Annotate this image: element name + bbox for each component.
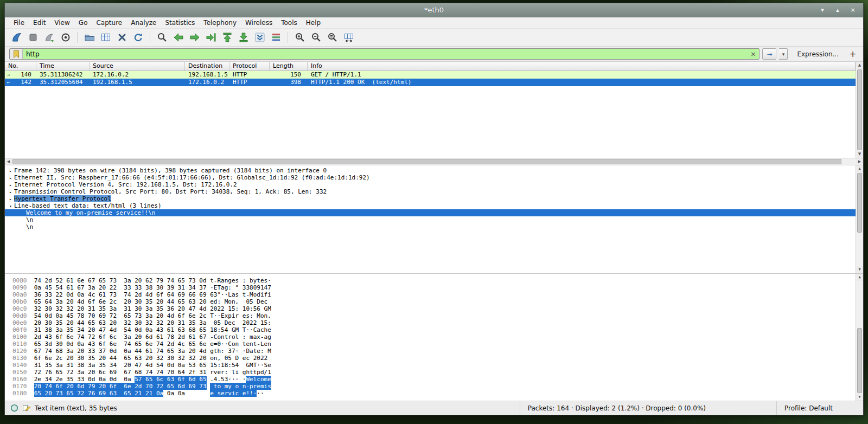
hex-row-0110[interactable]: 011065 3d 30 0d 0a 43 6f 6e 74 65 6e 74 … <box>12 341 856 348</box>
go-to-last-packet-button[interactable] <box>236 30 251 45</box>
detail-row-5[interactable]: ▾Line-based text data: text/html (3 line… <box>5 202 856 209</box>
add-filter-button[interactable]: + <box>847 48 859 60</box>
hex-row-0170[interactable]: 017020 74 6f 20 6d 79 20 6f 6e 2d 70 72 … <box>12 383 856 390</box>
column-header-info[interactable]: Info <box>308 62 856 70</box>
capture-options-button[interactable] <box>58 30 73 45</box>
menu-wireless[interactable]: Wireless <box>241 18 277 28</box>
filter-bookmark-button[interactable] <box>10 49 23 59</box>
packet-row-140[interactable]: →14035.311386242172.16.0.2192.168.1.5HTT… <box>5 71 856 79</box>
hex-row-0090[interactable]: 00900a 45 54 61 67 3a 20 22 33 33 38 30 … <box>12 284 856 291</box>
menu-statistics[interactable]: Statistics <box>161 18 199 28</box>
detail-row-7[interactable]: \n <box>5 216 856 223</box>
scroll-thumb[interactable] <box>857 173 862 233</box>
zoom-original-button[interactable] <box>325 30 340 45</box>
menu-help[interactable]: Help <box>302 18 325 28</box>
column-header-protocol[interactable]: Protocol <box>229 62 270 70</box>
column-header-destination[interactable]: Destination <box>185 62 229 70</box>
column-header-no[interactable]: No. <box>5 62 36 70</box>
display-filter-input[interactable]: http × <box>9 48 760 60</box>
scroll-down-icon[interactable]: ▼ <box>856 394 863 401</box>
expert-info-icon[interactable] <box>10 404 18 412</box>
find-packet-button[interactable] <box>155 30 169 45</box>
hex-row-00d0[interactable]: 00d054 0d 0a 45 78 70 69 72 65 73 3a 20 … <box>12 312 856 319</box>
detail-row-8[interactable]: \n <box>5 223 856 230</box>
status-profile[interactable]: Profile: Default <box>776 401 858 415</box>
bytes-vscrollbar[interactable]: ▲ ▼ <box>856 274 863 401</box>
packet-list-hscrollbar[interactable]: ◀ ▶ <box>5 158 863 165</box>
auto-scroll-button[interactable] <box>252 30 267 45</box>
go-to-packet-button[interactable] <box>203 30 218 45</box>
colorize-packets-button[interactable] <box>269 30 283 45</box>
hex-offset: 00f0 <box>12 326 27 333</box>
scroll-up-icon[interactable]: ▲ <box>856 274 863 281</box>
go-forward-button[interactable] <box>187 30 202 45</box>
reload-file-button[interactable] <box>131 30 145 45</box>
scroll-thumb[interactable] <box>857 328 862 393</box>
hex-row-0100[interactable]: 01002d 43 6f 6e 74 72 6f 6c 3a 20 6d 61 … <box>12 333 856 341</box>
zoom-in-button[interactable] <box>292 30 307 45</box>
scroll-down-icon[interactable]: ▼ <box>856 151 863 158</box>
go-to-first-packet-button[interactable] <box>220 30 234 45</box>
packet-list-vscrollbar[interactable]: ▲ ▼ <box>856 62 863 158</box>
detail-row-0[interactable]: ▸Frame 142: 398 bytes on wire (3184 bits… <box>5 167 856 174</box>
details-vscrollbar[interactable]: ▲ ▼ <box>856 165 863 273</box>
menu-file[interactable]: File <box>9 18 29 28</box>
menu-edit[interactable]: Edit <box>29 18 50 28</box>
column-header-source[interactable]: Source <box>90 62 185 70</box>
detail-row-6[interactable]: Welcome to my on-premise service!!\n <box>5 209 856 216</box>
go-back-button[interactable] <box>171 30 186 45</box>
scroll-up-icon[interactable]: ▲ <box>856 165 863 172</box>
detail-row-1[interactable]: ▸Ethernet II, Src: Raspberr_17:66:66 (e4… <box>5 174 856 181</box>
hex-row-00b0[interactable]: 00b065 64 3a 20 4d 6f 6e 2c 20 30 35 20 … <box>12 298 856 305</box>
stop-capture-button[interactable] <box>25 30 40 45</box>
hex-row-0140[interactable]: 014031 35 3a 31 38 3a 35 34 20 47 4d 54 … <box>12 362 856 369</box>
column-header-time[interactable]: Time <box>36 62 90 70</box>
close-button[interactable]: × <box>849 7 857 14</box>
scroll-thumb[interactable] <box>857 69 862 150</box>
maximize-button[interactable]: ▴ <box>834 7 841 14</box>
hex-row-0130[interactable]: 01306f 6e 2c 20 30 35 20 44 65 63 20 32 … <box>12 355 856 362</box>
resize-columns-button[interactable] <box>341 30 356 45</box>
menu-telephony[interactable]: Telephony <box>199 18 241 28</box>
hex-row-00e0[interactable]: 00e020 30 35 20 44 65 63 20 32 30 32 32 … <box>12 319 856 326</box>
hex-row-0150[interactable]: 015072 76 65 72 3a 20 6c 69 67 68 74 74 … <box>12 369 856 376</box>
hex-row-0180[interactable]: 018065 20 73 65 72 76 69 63 65 21 21 0a … <box>12 390 856 397</box>
scroll-thumb[interactable] <box>12 159 841 164</box>
status-selected-item: Text item (text), 35 bytes <box>35 404 117 412</box>
scroll-up-icon[interactable]: ▲ <box>856 62 863 69</box>
menu-analyze[interactable]: Analyze <box>126 18 161 28</box>
expand-arrow-icon[interactable]: ▾ <box>7 203 14 210</box>
column-header-length[interactable]: Length <box>270 62 308 70</box>
edit-comment-icon[interactable] <box>22 404 31 412</box>
close-capture-file-button[interactable] <box>114 30 129 45</box>
menu-view[interactable]: View <box>50 18 74 28</box>
scroll-left-icon[interactable]: ◀ <box>5 158 12 165</box>
title-bar[interactable]: *eth0 ▾ ▴ × <box>5 3 863 17</box>
restart-capture-button[interactable] <box>42 30 56 45</box>
save-capture-file-button[interactable] <box>98 30 113 45</box>
filter-clear-button[interactable]: × <box>747 50 759 58</box>
packet-row-142[interactable]: ←14235.312055604192.168.1.5172.16.0.2HTT… <box>5 79 856 86</box>
menu-capture[interactable]: Capture <box>92 18 126 28</box>
detail-row-2[interactable]: ▸Internet Protocol Version 4, Src: 192.1… <box>5 181 856 188</box>
scroll-right-icon[interactable]: ▶ <box>856 158 863 165</box>
menu-go[interactable]: Go <box>74 18 92 28</box>
open-capture-file-button[interactable] <box>82 30 97 45</box>
filter-apply-button[interactable]: → <box>762 48 776 60</box>
expression-button[interactable]: Expression... <box>790 50 844 58</box>
detail-row-3[interactable]: ▸Transmission Control Protocol, Src Port… <box>5 188 856 195</box>
hex-row-0160[interactable]: 01602e 34 2e 35 33 0d 0a 0d 0a 57 65 6c … <box>12 376 856 383</box>
hex-row-00a0[interactable]: 00a036 33 22 0d 0a 4c 61 73 74 2d 4d 6f … <box>12 291 856 298</box>
filter-dropdown-button[interactable]: ▾ <box>779 48 788 60</box>
detail-row-4[interactable]: ▸Hypertext Transfer Protocol <box>5 195 856 202</box>
start-capture-button[interactable] <box>9 30 24 45</box>
hex-row-00c0[interactable]: 00c032 30 32 32 20 31 35 3a 31 30 3a 35 … <box>12 305 856 312</box>
zoom-out-button[interactable] <box>309 30 323 45</box>
hex-row-00f0[interactable]: 00f031 38 3a 35 34 20 47 4d 54 0d 0a 43 … <box>12 326 856 333</box>
hex-row-0120[interactable]: 012067 74 68 3a 20 33 37 0d 0a 44 61 74 … <box>12 348 856 355</box>
shade-button[interactable]: ▾ <box>819 7 826 14</box>
scroll-down-icon[interactable]: ▼ <box>856 266 863 273</box>
hex-row-0080[interactable]: 008074 2d 52 61 6e 67 65 73 3a 20 62 79 … <box>12 277 856 284</box>
menu-tools[interactable]: Tools <box>277 18 302 28</box>
gear-icon <box>60 31 72 43</box>
